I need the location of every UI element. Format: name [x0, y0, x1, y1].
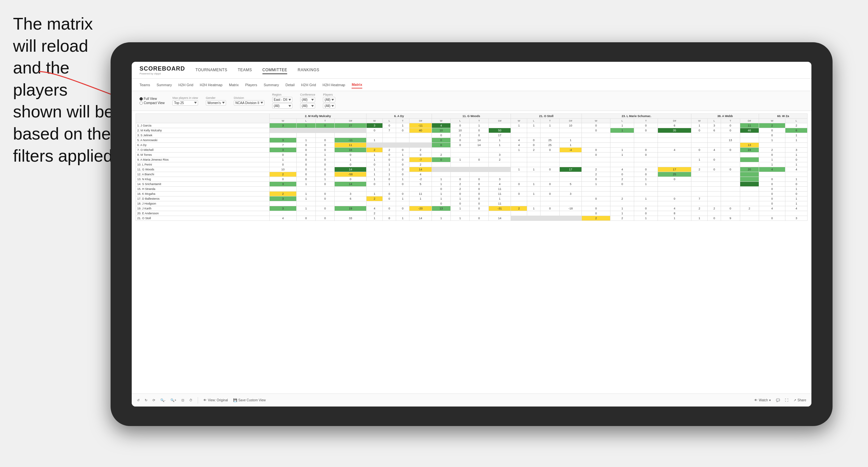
cell [559, 153, 582, 157]
cell: 0 [396, 182, 409, 187]
cell [432, 162, 451, 167]
reset-btn[interactable]: ⊡ [182, 398, 184, 402]
conference-select[interactable]: (All) [300, 97, 315, 102]
cell [740, 153, 759, 157]
cell: 2 [270, 172, 297, 177]
cell: 0 [396, 148, 409, 153]
cell: 14 [489, 216, 511, 221]
subnav-matrix-active[interactable]: Matrix [351, 81, 362, 89]
zoom-out-btn[interactable]: 🔍- [160, 398, 165, 402]
undo-btn[interactable]: ↺ [137, 398, 140, 402]
cell [451, 148, 470, 153]
cell [759, 211, 785, 216]
subnav-teams[interactable]: Teams [140, 82, 150, 88]
refresh-btn[interactable]: ⟳ [153, 398, 155, 402]
nav-tournaments[interactable]: TOURNAMENTS [195, 66, 227, 74]
cell: 1 [383, 172, 396, 177]
cell [396, 187, 409, 191]
max-players-select[interactable]: Top 25 [173, 100, 198, 106]
cell: 0 [470, 157, 489, 162]
cell: 0 [708, 216, 721, 221]
cell [270, 211, 297, 216]
view-original-btn[interactable]: 👁 View: Original [203, 398, 228, 402]
cell: 1 [658, 216, 691, 221]
subnav-detail[interactable]: Detail [285, 82, 294, 88]
cell [721, 157, 740, 162]
cell [559, 177, 582, 182]
cell [367, 133, 383, 138]
cell: 2 [270, 191, 297, 196]
cell: 14 [470, 138, 489, 143]
player-name: 18. J Hodgson [136, 201, 270, 206]
cell [721, 172, 740, 177]
cell: 0 [409, 153, 432, 157]
subnav-summary2[interactable]: Summary [264, 82, 279, 88]
cell: 1 [611, 128, 634, 133]
fullscreen-btn[interactable]: ⛶ [785, 398, 788, 402]
subnav-h2h-heatmap2[interactable]: H2H Heatmap [322, 82, 345, 88]
cell: 17 [489, 133, 511, 138]
compact-view-radio[interactable] [140, 101, 143, 105]
cell [432, 148, 451, 153]
players-select2[interactable]: (All) [323, 103, 335, 108]
players-select[interactable]: (All) [323, 97, 335, 102]
table-row: 18. J Hodgson 0 0 0 11 [136, 201, 807, 206]
cell: 0 [315, 216, 335, 221]
player-name: 13. N Klug [136, 177, 270, 182]
sh-t4: T [540, 119, 559, 123]
gender-select[interactable]: Women's [206, 100, 226, 106]
clock-btn[interactable]: ⏱ [189, 398, 192, 402]
cell: 0 [432, 157, 451, 162]
cell: 0 [785, 182, 807, 187]
cell: 3 [270, 196, 297, 201]
cell [582, 191, 611, 196]
region-select2[interactable]: (All) [272, 103, 292, 108]
full-view-option[interactable]: Full View [140, 97, 164, 100]
cell: 2 [611, 216, 634, 221]
cell: 0 [396, 162, 409, 167]
cell: 7 [383, 128, 396, 133]
cell: 0 [759, 191, 785, 196]
subnav-players[interactable]: Players [245, 82, 257, 88]
save-custom-btn[interactable]: 💾 Save Custom View [233, 398, 266, 402]
comment-btn[interactable]: 💬 [776, 398, 780, 402]
cell: 0 [527, 138, 540, 143]
cell: 4 [367, 206, 383, 211]
nav-committee[interactable]: COMMITTEE [262, 66, 287, 74]
sh-d5: Dif [658, 119, 691, 123]
cell [511, 201, 527, 206]
cell: 19 [335, 206, 367, 211]
cell [721, 153, 740, 157]
matrix-container[interactable]: 2. M Kelly Mulcahy 6. A Dy 11. G Woods 2… [132, 111, 811, 394]
watch-btn[interactable]: 👁 Watch ▾ [754, 398, 771, 402]
subnav-summary[interactable]: Summary [156, 82, 172, 88]
cell: 2 [432, 153, 451, 157]
cell: 17 [658, 167, 691, 172]
cell: 2 [785, 123, 807, 128]
cell [270, 133, 297, 138]
conference-select2[interactable]: (All) [300, 103, 315, 108]
compact-view-option[interactable]: Compact View [140, 101, 164, 105]
redo-btn[interactable]: ↻ [145, 398, 147, 402]
nav-rankings[interactable]: RANKINGS [298, 66, 319, 74]
subnav-h2h-grid2[interactable]: H2H Grid [301, 82, 316, 88]
cell: 46 [740, 128, 759, 133]
cell [383, 138, 396, 143]
share-btn[interactable]: ↗ Share [794, 398, 806, 402]
cell [658, 143, 691, 148]
cell [383, 133, 396, 138]
cell: 3 [367, 123, 383, 128]
full-view-radio[interactable] [140, 97, 143, 100]
zoom-in-btn[interactable]: 🔍+ [170, 398, 176, 402]
cell: 1 [759, 138, 785, 143]
division-select[interactable]: NCAA Division II [234, 100, 265, 106]
subnav-h2h-grid[interactable]: H2H Grid [178, 82, 193, 88]
subnav-matrix[interactable]: Matrix [229, 82, 239, 88]
region-select[interactable]: East - DII [272, 97, 292, 102]
cell [315, 211, 335, 216]
subnav-h2h-heatmap[interactable]: H2H Heatmap [200, 82, 222, 88]
cell: 14 [335, 167, 367, 172]
nav-teams[interactable]: TEAMS [238, 66, 252, 74]
cell: 25 [540, 143, 559, 148]
cell [297, 187, 316, 191]
